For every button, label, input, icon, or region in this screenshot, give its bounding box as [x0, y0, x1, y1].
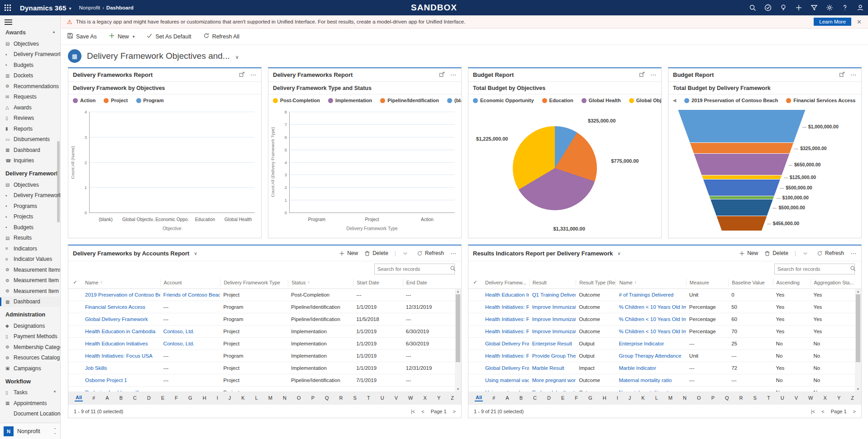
set-as-default-button[interactable]: Set As Default [146, 33, 191, 40]
jump-letter-k[interactable]: K [240, 395, 245, 401]
jump-letter-p[interactable]: P [711, 395, 715, 401]
jump-letter-v[interactable]: V [794, 395, 799, 401]
table-row[interactable]: Health Initiatives: Focus USA---ProgramI… [68, 350, 461, 362]
grid-overflow-chevron-button[interactable] [402, 250, 410, 256]
first-page-icon[interactable]: |< [811, 409, 815, 414]
breadcrumb-page[interactable]: Dashboard [106, 5, 134, 10]
grid-new-button[interactable]: New [339, 250, 358, 256]
tile-more-icon[interactable]: ⋯ [850, 71, 857, 78]
jump-letter-j[interactable]: J [228, 395, 232, 401]
cell-name[interactable]: 2019 Preservation of Contoso Beach... [82, 292, 160, 297]
sidebar-item-measurement-item-r[interactable]: ⚙ Measurement Item R [0, 275, 60, 286]
table-row[interactable]: Health Initiatives: FocImprove Immunizat… [468, 326, 861, 338]
jump-letter-o[interactable]: O [296, 395, 302, 401]
sidebar-item-tasks[interactable]: ▯ Tasks [0, 387, 60, 398]
lightbulb-icon[interactable] [776, 0, 791, 15]
table-row[interactable]: Using maternal vaccinReduced death rate … [468, 387, 861, 392]
sidebar-item-measurement-items[interactable]: ⚙ Measurement Items [0, 264, 60, 275]
plus-icon[interactable] [791, 0, 806, 15]
grid-overflow-chevron-button[interactable] [802, 250, 811, 256]
column-header-name[interactable]: Name↑ [615, 279, 686, 286]
grid-refresh-button[interactable]: Refresh [817, 250, 844, 256]
cell-result[interactable]: Improve Immunizatio [529, 304, 576, 310]
sitemap-toggle-icon[interactable] [0, 15, 60, 29]
sidebar-item-designations[interactable]: ◆ Designations [0, 321, 60, 331]
jump-letter-n[interactable]: N [282, 395, 287, 401]
cell-delivery-framew[interactable]: Health Initiatives: Foc [482, 316, 529, 322]
cell-delivery-framew[interactable]: Global Delivery Frame [482, 341, 529, 346]
jump-letter-d[interactable]: D [546, 395, 552, 401]
new-chevron-icon[interactable]: ▾ [133, 34, 135, 39]
cell-name[interactable]: Marble Indicator [615, 365, 686, 371]
cell-name[interactable]: % Children < 10 Years Old Imr [615, 316, 686, 322]
sidebar-item-objectives[interactable]: ▤ Objectives [0, 38, 60, 49]
cell-result[interactable]: Marble Result [529, 365, 576, 371]
next-page-icon[interactable]: > [453, 409, 456, 414]
tile-more-icon[interactable]: ⋯ [650, 71, 657, 78]
table-row[interactable]: Reducing food-borne illnesses contra---P… [68, 387, 461, 392]
help-icon[interactable] [837, 0, 853, 15]
jump-letter-j[interactable]: J [628, 395, 632, 401]
cell-delivery-framew[interactable]: Global Delivery Frame [482, 365, 529, 371]
jump-letter-i[interactable]: I [216, 395, 219, 401]
cell-name[interactable]: Health Initiatives: Focus USA [82, 353, 160, 359]
cell-name[interactable]: Osborne Project 1 [82, 378, 160, 383]
grid-refresh-button[interactable]: Refresh [417, 250, 444, 256]
cell-result[interactable]: Provide Group Therap [529, 353, 576, 359]
waffle-menu-icon[interactable] [0, 0, 15, 15]
sidebar-item-document-locations[interactable]: Document Locations [0, 409, 60, 420]
breadcrumb-app[interactable]: Nonprofit [79, 5, 100, 10]
funnel-segment-2[interactable] [678, 154, 805, 175]
learn-more-button[interactable]: Learn More [814, 18, 851, 26]
jump-letter-g[interactable]: G [587, 395, 593, 401]
jump-letter-t[interactable]: T [366, 395, 371, 401]
table-row[interactable]: Health Education in CambodiaContoso, Ltd… [68, 326, 461, 338]
jump-letter-z[interactable]: Z [850, 395, 855, 401]
jump-letter-h[interactable]: H [602, 395, 607, 401]
jump-letter-f[interactable]: F [574, 395, 579, 401]
org-toggle-icon[interactable]: ⌃⌄ [53, 428, 57, 434]
funnel-segment-0[interactable] [678, 110, 805, 143]
cell-account[interactable]: Contoso, Ltd. [160, 329, 220, 334]
cell-result[interactable]: Q1 Training Delivery... [529, 292, 576, 297]
sidebar-item-payment-methods[interactable]: ▯ Payment Methods [0, 331, 60, 342]
column-header-result-type-res[interactable]: Result Type (Res... [576, 279, 615, 286]
jump-letter-item[interactable]: # [491, 395, 496, 401]
sidebar-item-recommendations[interactable]: ⚙ Recommendations [0, 81, 60, 92]
enlarge-tile-icon[interactable] [239, 71, 245, 79]
column-header-aggregation-sta[interactable]: Aggregation Sta... [811, 279, 855, 286]
scroll-down-icon[interactable]: ▼ [455, 387, 461, 391]
cell-name[interactable]: Global Delivery Framework [82, 316, 160, 322]
cell-name[interactable]: % Children < 10 Years Old Imr [615, 329, 686, 334]
jump-letter-z[interactable]: Z [450, 395, 455, 401]
cell-delivery-framew[interactable]: Health Education Initi [482, 292, 529, 297]
enlarge-tile-icon[interactable] [639, 71, 645, 79]
scroll-down-icon[interactable]: ▼ [855, 387, 861, 391]
cell-delivery-framew[interactable]: Health Initiatives: Foc [482, 353, 529, 359]
search-input[interactable] [377, 266, 447, 272]
jump-letter-w[interactable]: W [807, 395, 814, 401]
prev-page-icon[interactable]: < [821, 409, 824, 414]
jump-letter-a[interactable]: A [505, 395, 510, 401]
jump-letter-p[interactable]: P [310, 395, 315, 401]
select-all-checkbox[interactable]: ✓ [468, 279, 482, 285]
jump-letter-s[interactable]: S [353, 395, 358, 401]
table-row[interactable]: Using maternal vaccinMore pregnant womeO… [468, 374, 861, 387]
jump-letter-x[interactable]: X [423, 395, 428, 401]
sidebar-item-budgets[interactable]: ▪ Budgets [0, 222, 60, 233]
jump-letter-e[interactable]: E [560, 395, 565, 401]
jump-letter-u[interactable]: U [780, 395, 785, 401]
cell-name[interactable]: Job Skills [82, 365, 160, 371]
cell-result[interactable]: Reduced death rate fr [529, 390, 576, 392]
tile-more-icon[interactable]: ⋯ [450, 71, 457, 78]
sidebar-item-delivery-frameworks[interactable]: ▪ Delivery Frameworks [0, 190, 60, 201]
table-row[interactable]: Financial Services Access---ProgramPipel… [68, 301, 461, 313]
table-row[interactable]: Health Initiatives: FocImprove Immunizat… [468, 301, 861, 313]
cell-result[interactable]: Improve Immunizatio [529, 329, 576, 334]
grid-scrollbar[interactable]: ▲ ▼ [455, 289, 461, 392]
banner-close-icon[interactable]: ✕ [857, 19, 862, 25]
grid-delete-button[interactable]: Delete [364, 250, 388, 256]
cell-result[interactable]: Improve Immunizatio [529, 316, 576, 322]
scroll-up-icon[interactable]: ▲ [855, 290, 861, 293]
jump-letter-e[interactable]: E [160, 395, 165, 401]
